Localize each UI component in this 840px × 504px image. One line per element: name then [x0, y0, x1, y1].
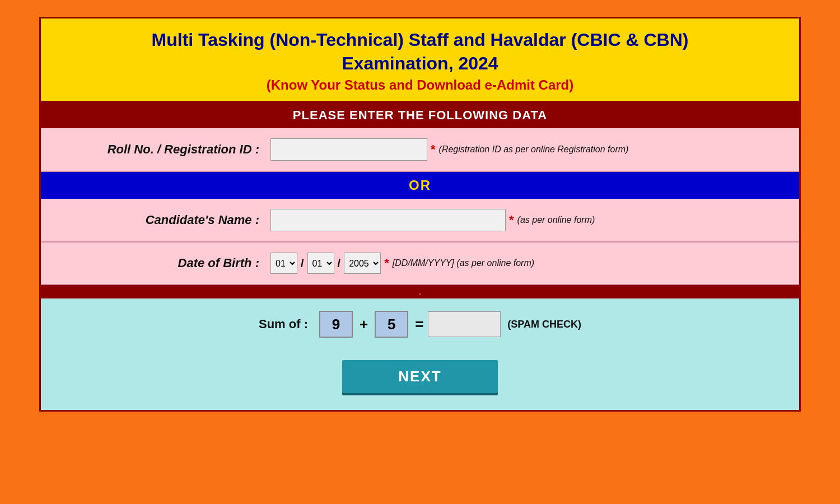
main-container: Multi Tasking (Non-Technical) Staff and … — [39, 17, 801, 412]
candidate-name-input-group: * (as per online form) — [270, 209, 782, 231]
dob-required-star: * — [384, 256, 389, 270]
separator-dot: . — [419, 287, 421, 296]
captcha-num1: 9 — [319, 311, 353, 338]
candidate-name-label: Candidate's Name : — [58, 213, 270, 227]
dob-label: Date of Birth : — [58, 256, 270, 270]
plus-sign: + — [360, 316, 368, 333]
captcha-section: Sum of : 9 + 5 = (SPAM CHECK) — [41, 298, 799, 350]
or-bar: OR — [41, 172, 799, 199]
roll-no-label: Roll No. / Registration ID : — [58, 142, 270, 157]
roll-no-row: Roll No. / Registration ID : * (Registra… — [41, 128, 799, 172]
captcha-separator-bar: . — [41, 285, 799, 298]
captcha-answer-input[interactable] — [428, 311, 501, 337]
title-line1: Multi Tasking (Non-Technical) Staff and … — [152, 30, 689, 50]
dob-month-select[interactable]: 01020304 05060708 09101112 — [307, 253, 334, 274]
sum-label: Sum of : — [259, 317, 308, 332]
next-button-section: NEXT — [41, 350, 799, 410]
candidate-name-input[interactable] — [270, 209, 506, 231]
roll-no-input-group: * (Registration ID as per online Registr… — [270, 138, 782, 161]
dob-input-group: 01020304 05060708 09101112 13141516 1718… — [270, 253, 782, 274]
header-subtitle: (Know Your Status and Download e-Admit C… — [52, 77, 788, 93]
captcha-num2: 5 — [375, 311, 408, 338]
please-enter-bar: PLEASE ENTER THE FOLLOWING DATA — [41, 102, 799, 128]
dob-row: Date of Birth : 01020304 05060708 091011… — [41, 242, 799, 285]
title-line2: Examination, 2024 — [342, 53, 498, 73]
dob-year-select[interactable]: 2005200420032002 2001200019991998 199719… — [344, 253, 381, 274]
roll-no-hint: (Registration ID as per online Registrat… — [439, 144, 629, 155]
dob-sep2: / — [338, 257, 341, 270]
candidate-name-row: Candidate's Name : * (as per online form… — [41, 199, 799, 242]
dob-day-select[interactable]: 01020304 05060708 09101112 13141516 1718… — [270, 253, 297, 274]
roll-no-required-star: * — [431, 142, 436, 157]
equals-sign: = — [415, 316, 423, 333]
next-button[interactable]: NEXT — [342, 360, 497, 393]
dob-sep1: / — [301, 257, 304, 270]
header-title: Multi Tasking (Non-Technical) Staff and … — [52, 29, 788, 75]
spam-check-label: (SPAM CHECK) — [507, 319, 581, 330]
candidate-name-required-star: * — [509, 213, 514, 227]
form-section: Roll No. / Registration ID : * (Registra… — [41, 128, 799, 285]
roll-no-input[interactable] — [270, 138, 427, 161]
header-section: Multi Tasking (Non-Technical) Staff and … — [41, 18, 799, 102]
candidate-name-hint: (as per online form) — [517, 215, 595, 225]
dob-hint: [DD/MM/YYYY] (as per online form) — [393, 258, 534, 268]
